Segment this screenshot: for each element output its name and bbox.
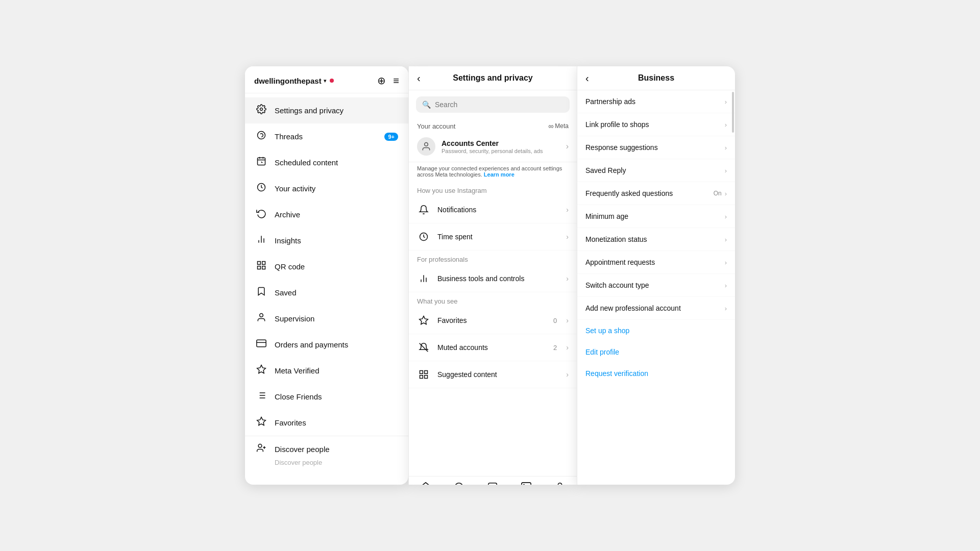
- settings-favorites[interactable]: Favorites 0 ›: [409, 307, 577, 334]
- sidebar-label-scheduled: Scheduled content: [275, 158, 338, 167]
- sidebar-item-discover-sub[interactable]: Discover people: [245, 458, 408, 473]
- left-sidebar: dwellingonthepast ▾ ⊕ ≡: [245, 66, 408, 485]
- sidebar-item-threads[interactable]: Threads 9+: [245, 123, 408, 149]
- switch-label: Switch account type: [585, 281, 649, 289]
- add-nav-icon[interactable]: [487, 482, 498, 485]
- close-friends-icon: [255, 390, 267, 403]
- favorites-chevron: ›: [566, 316, 569, 324]
- learn-more-link[interactable]: Learn more: [484, 171, 514, 178]
- back-button[interactable]: ‹: [417, 72, 421, 84]
- business-saved-reply[interactable]: Saved Reply ›: [577, 159, 735, 182]
- add-button[interactable]: ⊕: [377, 74, 386, 87]
- accounts-center-subtitle: Password, security, personal details, ad…: [442, 148, 560, 154]
- sidebar-item-insights[interactable]: Insights: [245, 228, 408, 254]
- manage-text: Manage your connected experiences and ac…: [409, 162, 577, 182]
- meta-verified-icon: [255, 364, 267, 377]
- sidebar-item-discover[interactable]: Discover people: [245, 436, 408, 458]
- svg-rect-42: [488, 483, 497, 485]
- svg-point-2: [258, 132, 265, 139]
- middle-bottom-nav: [409, 476, 577, 485]
- qr-icon: [255, 260, 267, 273]
- sidebar-item-settings[interactable]: Settings and privacy: [245, 97, 408, 123]
- favorites-settings-label: Favorites: [437, 316, 546, 324]
- settings-business-tools[interactable]: Business tools and controls ›: [409, 265, 577, 292]
- business-header: ‹ Business: [577, 66, 735, 90]
- business-panel: ‹ Business Partnership ads › Link profil…: [577, 66, 735, 485]
- business-appointment[interactable]: Appointment requests ›: [577, 251, 735, 274]
- business-partnership-ads[interactable]: Partnership ads ›: [577, 90, 735, 113]
- dropdown-icon: ▾: [324, 78, 327, 84]
- business-setup-shop[interactable]: Set up a shop: [577, 320, 735, 341]
- sidebar-label-close-friends: Close Friends: [275, 392, 322, 401]
- sidebar-label-saved: Saved: [275, 288, 297, 297]
- suggested-chevron: ›: [566, 370, 569, 379]
- search-icon: 🔍: [422, 101, 431, 109]
- username-area[interactable]: dwellingonthepast ▾: [254, 77, 334, 85]
- monetization-label: Monetization status: [585, 235, 647, 243]
- reels-nav-icon[interactable]: [521, 482, 532, 485]
- supervision-icon: [255, 312, 267, 325]
- settings-notifications[interactable]: Notifications ›: [409, 196, 577, 223]
- sidebar-item-supervision[interactable]: Supervision: [245, 306, 408, 332]
- settings-muted[interactable]: Muted accounts 2 ›: [409, 334, 577, 361]
- sidebar-header: dwellingonthepast ▾ ⊕ ≡: [245, 66, 408, 93]
- request-verification-link[interactable]: Request verification: [585, 369, 648, 378]
- sidebar-item-meta[interactable]: Meta Verified: [245, 358, 408, 384]
- business-back-button[interactable]: ‹: [585, 72, 589, 84]
- accounts-center-chevron: ›: [566, 142, 569, 151]
- switch-chevron: ›: [725, 282, 727, 289]
- svg-rect-3: [258, 158, 265, 165]
- sidebar-item-activity[interactable]: Your activity: [245, 176, 408, 202]
- muted-icon: [417, 341, 430, 354]
- business-min-age[interactable]: Minimum age ›: [577, 205, 735, 228]
- response-label: Response suggestions: [585, 143, 658, 152]
- sidebar-item-orders[interactable]: Orders and payments: [245, 332, 408, 358]
- insights-icon: [255, 234, 267, 247]
- business-switch[interactable]: Switch account type ›: [577, 274, 735, 297]
- sidebar-item-saved[interactable]: Saved: [245, 280, 408, 306]
- accounts-center-item[interactable]: Accounts Center Password, security, pers…: [409, 131, 577, 162]
- search-nav-icon[interactable]: [454, 482, 465, 485]
- settings-suggested[interactable]: Suggested content ›: [409, 361, 577, 388]
- sidebar-item-qr[interactable]: QR code: [245, 254, 408, 280]
- business-monetization[interactable]: Monetization status ›: [577, 228, 735, 251]
- sidebar-item-archive[interactable]: Archive: [245, 202, 408, 228]
- svg-point-25: [258, 444, 262, 448]
- time-spent-chevron: ›: [566, 233, 569, 241]
- sidebar-label-orders: Orders and payments: [275, 340, 348, 349]
- svg-rect-12: [262, 262, 265, 265]
- favorites-settings-icon: [417, 314, 430, 327]
- your-account-section-header: Your account ∞ Meta: [409, 119, 577, 131]
- sidebar-item-close-friends[interactable]: Close Friends: [245, 384, 408, 410]
- business-request-verification[interactable]: Request verification: [577, 363, 735, 384]
- min-age-label: Minimum age: [585, 212, 628, 220]
- muted-count: 2: [553, 344, 557, 352]
- svg-rect-16: [257, 340, 266, 346]
- home-nav-icon[interactable]: [420, 482, 431, 485]
- what-you-see-label: What you see: [409, 292, 577, 307]
- sidebar-item-scheduled[interactable]: Scheduled content: [245, 149, 408, 176]
- sidebar-label-supervision: Supervision: [275, 314, 314, 323]
- accounts-center-info: Accounts Center Password, security, pers…: [442, 139, 560, 154]
- response-chevron: ›: [725, 144, 727, 152]
- sidebar-label-favorites: Favorites: [275, 418, 306, 427]
- search-input[interactable]: [435, 101, 564, 109]
- username: dwellingonthepast: [254, 77, 322, 85]
- business-link-profile[interactable]: Link profile to shops ›: [577, 113, 735, 136]
- profile-nav-icon[interactable]: [554, 482, 566, 485]
- svg-rect-13: [258, 266, 261, 269]
- menu-button[interactable]: ≡: [393, 75, 399, 87]
- setup-shop-link[interactable]: Set up a shop: [585, 327, 629, 335]
- business-response[interactable]: Response suggestions ›: [577, 136, 735, 159]
- header-icons: ⊕ ≡: [377, 74, 399, 87]
- business-add-pro[interactable]: Add new professional account ›: [577, 297, 735, 320]
- business-edit-profile[interactable]: Edit profile: [577, 341, 735, 363]
- activity-icon: [255, 182, 267, 195]
- sidebar-item-favorites[interactable]: Favorites: [245, 410, 408, 436]
- business-faq[interactable]: Frequently asked questions On ›: [577, 182, 735, 205]
- settings-time-spent[interactable]: Time spent ›: [409, 223, 577, 251]
- faq-status: On: [714, 190, 722, 197]
- sidebar-label-meta: Meta Verified: [275, 366, 320, 375]
- edit-profile-link[interactable]: Edit profile: [585, 348, 619, 356]
- search-bar[interactable]: 🔍: [416, 96, 570, 113]
